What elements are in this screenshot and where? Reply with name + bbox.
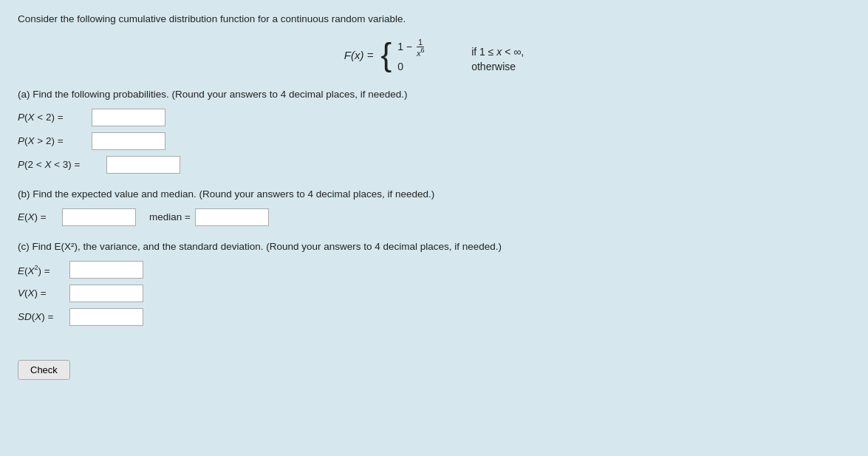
vx-input[interactable]	[69, 285, 143, 302]
section-c: (c) Find E(X²), the variance, and the st…	[18, 241, 850, 252]
part-c-label: (c) Find E(X²), the variance, and the st…	[18, 241, 850, 252]
case2-expr: 0	[397, 61, 457, 72]
check-button-container: Check	[18, 344, 850, 380]
part-a-label: (a) Find the following probabilities. (R…	[18, 89, 850, 100]
median-row: median =	[149, 208, 269, 226]
prob3-input[interactable]	[106, 156, 180, 174]
check-button[interactable]: Check	[18, 360, 70, 380]
ex2-input[interactable]	[69, 261, 143, 279]
case-row-2: 0 otherwise	[397, 61, 524, 72]
prob1-row: P(X < 2) =	[18, 109, 850, 126]
case-row-1: 1 − 1x6 if 1 ≤ x < ∞,	[397, 38, 524, 58]
section-a: (a) Find the following probabilities. (R…	[18, 89, 850, 100]
case1-cond: if 1 ≤ x < ∞,	[471, 46, 524, 58]
section-b: (b) Find the expected value and median. …	[18, 188, 850, 200]
prob3-label: P(2 < X < 3) =	[18, 159, 106, 170]
part-b-inputs: E(X) = median =	[18, 208, 850, 226]
median-input[interactable]	[195, 208, 269, 226]
prob1-input[interactable]	[92, 109, 165, 126]
median-label: median =	[149, 211, 191, 222]
sdx-input[interactable]	[69, 308, 143, 326]
left-brace: {	[380, 38, 392, 71]
sdx-row: SD(X) =	[18, 308, 850, 326]
prob2-input[interactable]	[92, 132, 165, 150]
ex-row: E(X) =	[18, 208, 136, 226]
ex-label: E(X) =	[18, 211, 62, 222]
vx-row: V(X) =	[18, 285, 850, 302]
part-b-label: (b) Find the expected value and median. …	[18, 188, 850, 200]
case1-expr: 1 − 1x6	[397, 38, 457, 58]
prob3-row: P(2 < X < 3) =	[18, 156, 850, 174]
formula-block: F(x) = { 1 − 1x6 if 1 ≤ x < ∞, 0 otherwi…	[18, 38, 850, 72]
prob2-label: P(X > 2) =	[18, 135, 92, 146]
ex2-label: E(X2) =	[18, 264, 69, 276]
cases-container: 1 − 1x6 if 1 ≤ x < ∞, 0 otherwise	[397, 38, 524, 72]
sdx-label: SD(X) =	[18, 311, 69, 322]
prob1-label: P(X < 2) =	[18, 112, 92, 123]
ex2-row: E(X2) =	[18, 261, 850, 279]
vx-label: V(X) =	[18, 287, 69, 299]
intro-text: Consider the following cumulative distri…	[18, 13, 850, 24]
prob2-row: P(X > 2) =	[18, 132, 850, 150]
case2-cond: otherwise	[471, 61, 516, 72]
formula-lhs: F(x) =	[344, 49, 374, 61]
ex-input[interactable]	[62, 208, 136, 226]
piecewise-formula: { 1 − 1x6 if 1 ≤ x < ∞, 0 otherwise	[380, 38, 524, 72]
